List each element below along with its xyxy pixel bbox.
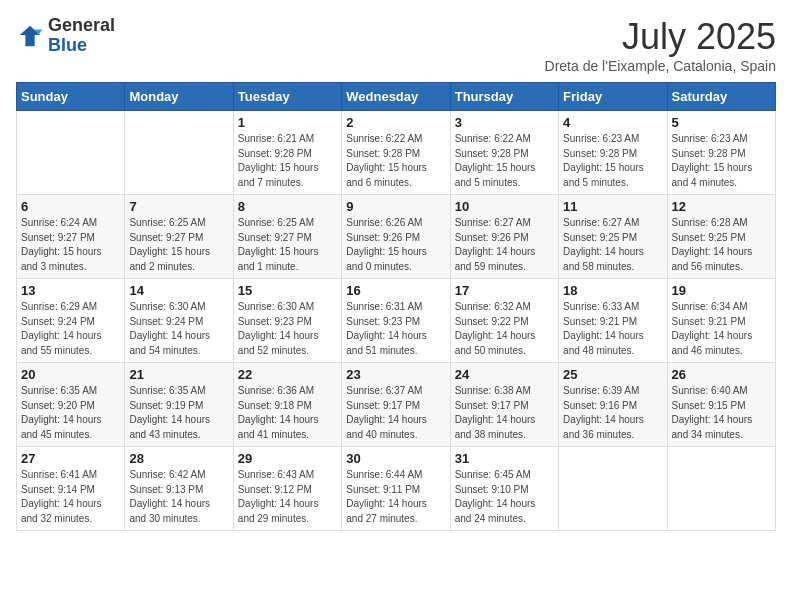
- calendar-cell: 30Sunrise: 6:44 AM Sunset: 9:11 PM Dayli…: [342, 447, 450, 531]
- day-info: Sunrise: 6:39 AM Sunset: 9:16 PM Dayligh…: [563, 384, 662, 442]
- svg-marker-0: [20, 26, 41, 47]
- calendar-week-3: 13Sunrise: 6:29 AM Sunset: 9:24 PM Dayli…: [17, 279, 776, 363]
- day-info: Sunrise: 6:27 AM Sunset: 9:26 PM Dayligh…: [455, 216, 554, 274]
- calendar-cell: 5Sunrise: 6:23 AM Sunset: 9:28 PM Daylig…: [667, 111, 775, 195]
- day-info: Sunrise: 6:44 AM Sunset: 9:11 PM Dayligh…: [346, 468, 445, 526]
- title-block: July 2025 Dreta de l'Eixample, Catalonia…: [545, 16, 776, 74]
- day-number: 14: [129, 283, 228, 298]
- day-number: 21: [129, 367, 228, 382]
- day-number: 3: [455, 115, 554, 130]
- day-info: Sunrise: 6:40 AM Sunset: 9:15 PM Dayligh…: [672, 384, 771, 442]
- day-info: Sunrise: 6:31 AM Sunset: 9:23 PM Dayligh…: [346, 300, 445, 358]
- day-number: 9: [346, 199, 445, 214]
- calendar-cell: 16Sunrise: 6:31 AM Sunset: 9:23 PM Dayli…: [342, 279, 450, 363]
- day-info: Sunrise: 6:35 AM Sunset: 9:20 PM Dayligh…: [21, 384, 120, 442]
- day-info: Sunrise: 6:37 AM Sunset: 9:17 PM Dayligh…: [346, 384, 445, 442]
- day-number: 2: [346, 115, 445, 130]
- calendar-cell: 11Sunrise: 6:27 AM Sunset: 9:25 PM Dayli…: [559, 195, 667, 279]
- day-info: Sunrise: 6:25 AM Sunset: 9:27 PM Dayligh…: [238, 216, 337, 274]
- day-info: Sunrise: 6:29 AM Sunset: 9:24 PM Dayligh…: [21, 300, 120, 358]
- calendar-cell: 29Sunrise: 6:43 AM Sunset: 9:12 PM Dayli…: [233, 447, 341, 531]
- logo-text: General Blue: [48, 16, 115, 56]
- day-number: 10: [455, 199, 554, 214]
- month-year-title: July 2025: [545, 16, 776, 58]
- day-number: 24: [455, 367, 554, 382]
- logo-general-text: General: [48, 16, 115, 36]
- calendar-cell: 2Sunrise: 6:22 AM Sunset: 9:28 PM Daylig…: [342, 111, 450, 195]
- day-number: 25: [563, 367, 662, 382]
- day-number: 31: [455, 451, 554, 466]
- calendar-cell: 12Sunrise: 6:28 AM Sunset: 9:25 PM Dayli…: [667, 195, 775, 279]
- calendar-cell: [559, 447, 667, 531]
- calendar-cell: 14Sunrise: 6:30 AM Sunset: 9:24 PM Dayli…: [125, 279, 233, 363]
- day-number: 18: [563, 283, 662, 298]
- day-info: Sunrise: 6:23 AM Sunset: 9:28 PM Dayligh…: [563, 132, 662, 190]
- calendar-cell: 4Sunrise: 6:23 AM Sunset: 9:28 PM Daylig…: [559, 111, 667, 195]
- location-subtitle: Dreta de l'Eixample, Catalonia, Spain: [545, 58, 776, 74]
- day-info: Sunrise: 6:22 AM Sunset: 9:28 PM Dayligh…: [455, 132, 554, 190]
- day-info: Sunrise: 6:45 AM Sunset: 9:10 PM Dayligh…: [455, 468, 554, 526]
- calendar-table: SundayMondayTuesdayWednesdayThursdayFrid…: [16, 82, 776, 531]
- day-number: 28: [129, 451, 228, 466]
- calendar-cell: 8Sunrise: 6:25 AM Sunset: 9:27 PM Daylig…: [233, 195, 341, 279]
- day-header-monday: Monday: [125, 83, 233, 111]
- calendar-cell: 25Sunrise: 6:39 AM Sunset: 9:16 PM Dayli…: [559, 363, 667, 447]
- day-header-thursday: Thursday: [450, 83, 558, 111]
- logo-blue-text: Blue: [48, 36, 115, 56]
- day-number: 11: [563, 199, 662, 214]
- day-info: Sunrise: 6:43 AM Sunset: 9:12 PM Dayligh…: [238, 468, 337, 526]
- day-header-friday: Friday: [559, 83, 667, 111]
- calendar-cell: 22Sunrise: 6:36 AM Sunset: 9:18 PM Dayli…: [233, 363, 341, 447]
- day-info: Sunrise: 6:38 AM Sunset: 9:17 PM Dayligh…: [455, 384, 554, 442]
- calendar-cell: [125, 111, 233, 195]
- calendar-body: 1Sunrise: 6:21 AM Sunset: 9:28 PM Daylig…: [17, 111, 776, 531]
- day-info: Sunrise: 6:21 AM Sunset: 9:28 PM Dayligh…: [238, 132, 337, 190]
- calendar-header: SundayMondayTuesdayWednesdayThursdayFrid…: [17, 83, 776, 111]
- day-number: 15: [238, 283, 337, 298]
- calendar-cell: 17Sunrise: 6:32 AM Sunset: 9:22 PM Dayli…: [450, 279, 558, 363]
- day-number: 17: [455, 283, 554, 298]
- calendar-cell: 13Sunrise: 6:29 AM Sunset: 9:24 PM Dayli…: [17, 279, 125, 363]
- logo-icon: [16, 22, 44, 50]
- day-info: Sunrise: 6:27 AM Sunset: 9:25 PM Dayligh…: [563, 216, 662, 274]
- calendar-cell: 1Sunrise: 6:21 AM Sunset: 9:28 PM Daylig…: [233, 111, 341, 195]
- day-info: Sunrise: 6:30 AM Sunset: 9:23 PM Dayligh…: [238, 300, 337, 358]
- calendar-week-1: 1Sunrise: 6:21 AM Sunset: 9:28 PM Daylig…: [17, 111, 776, 195]
- calendar-cell: [17, 111, 125, 195]
- day-info: Sunrise: 6:22 AM Sunset: 9:28 PM Dayligh…: [346, 132, 445, 190]
- day-info: Sunrise: 6:33 AM Sunset: 9:21 PM Dayligh…: [563, 300, 662, 358]
- calendar-week-5: 27Sunrise: 6:41 AM Sunset: 9:14 PM Dayli…: [17, 447, 776, 531]
- day-info: Sunrise: 6:24 AM Sunset: 9:27 PM Dayligh…: [21, 216, 120, 274]
- day-header-tuesday: Tuesday: [233, 83, 341, 111]
- calendar-cell: 19Sunrise: 6:34 AM Sunset: 9:21 PM Dayli…: [667, 279, 775, 363]
- day-number: 4: [563, 115, 662, 130]
- day-info: Sunrise: 6:25 AM Sunset: 9:27 PM Dayligh…: [129, 216, 228, 274]
- header-row: SundayMondayTuesdayWednesdayThursdayFrid…: [17, 83, 776, 111]
- day-number: 22: [238, 367, 337, 382]
- day-info: Sunrise: 6:42 AM Sunset: 9:13 PM Dayligh…: [129, 468, 228, 526]
- day-header-sunday: Sunday: [17, 83, 125, 111]
- day-info: Sunrise: 6:36 AM Sunset: 9:18 PM Dayligh…: [238, 384, 337, 442]
- calendar-cell: 27Sunrise: 6:41 AM Sunset: 9:14 PM Dayli…: [17, 447, 125, 531]
- calendar-cell: 24Sunrise: 6:38 AM Sunset: 9:17 PM Dayli…: [450, 363, 558, 447]
- day-header-wednesday: Wednesday: [342, 83, 450, 111]
- calendar-cell: 9Sunrise: 6:26 AM Sunset: 9:26 PM Daylig…: [342, 195, 450, 279]
- day-info: Sunrise: 6:28 AM Sunset: 9:25 PM Dayligh…: [672, 216, 771, 274]
- calendar-week-2: 6Sunrise: 6:24 AM Sunset: 9:27 PM Daylig…: [17, 195, 776, 279]
- day-number: 20: [21, 367, 120, 382]
- day-info: Sunrise: 6:34 AM Sunset: 9:21 PM Dayligh…: [672, 300, 771, 358]
- logo: General Blue: [16, 16, 115, 56]
- day-info: Sunrise: 6:32 AM Sunset: 9:22 PM Dayligh…: [455, 300, 554, 358]
- day-number: 8: [238, 199, 337, 214]
- day-number: 27: [21, 451, 120, 466]
- calendar-cell: 15Sunrise: 6:30 AM Sunset: 9:23 PM Dayli…: [233, 279, 341, 363]
- day-number: 13: [21, 283, 120, 298]
- day-info: Sunrise: 6:23 AM Sunset: 9:28 PM Dayligh…: [672, 132, 771, 190]
- day-info: Sunrise: 6:41 AM Sunset: 9:14 PM Dayligh…: [21, 468, 120, 526]
- day-number: 7: [129, 199, 228, 214]
- calendar-week-4: 20Sunrise: 6:35 AM Sunset: 9:20 PM Dayli…: [17, 363, 776, 447]
- calendar-cell: 31Sunrise: 6:45 AM Sunset: 9:10 PM Dayli…: [450, 447, 558, 531]
- day-number: 30: [346, 451, 445, 466]
- calendar-cell: 6Sunrise: 6:24 AM Sunset: 9:27 PM Daylig…: [17, 195, 125, 279]
- day-number: 6: [21, 199, 120, 214]
